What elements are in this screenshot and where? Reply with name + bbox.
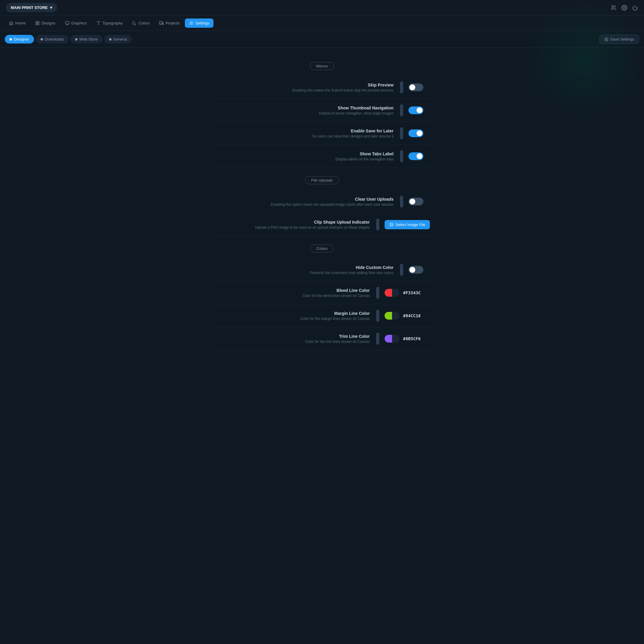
bleed-line-color-swatch[interactable] [385,289,400,297]
tab-general-label: General [113,37,127,41]
hide-custom-color-text: Hide Custom Color Prevents the customers… [212,265,400,275]
bleed-line-color-control[interactable]: #F3343C [385,289,432,297]
nav-home-label: Home [15,21,26,25]
handle-grip [400,127,403,139]
users-icon-button[interactable] [611,5,617,11]
clip-shape-upload-desc: Upload a PNG image to be used as an uplo… [212,225,370,230]
handle-grip [400,104,403,116]
store-selector[interactable]: MAIN PRINT STORE ▾ [6,3,57,12]
toggle-thumb [417,130,422,136]
sub-tabs: Designer Downloads Web Store General Sav… [0,31,644,48]
margin-line-color-control[interactable]: #84CC16 [385,312,432,320]
nav-projects-label: Projects [165,21,179,25]
hide-custom-color-desc: Prevents the customers from adding their… [212,271,394,275]
trim-color-left [385,335,392,343]
svg-point-0 [612,5,614,7]
top-icons [611,5,638,11]
skip-preview-row: Skip Preview Enabling this makes the Sub… [212,76,432,99]
nav-colors[interactable]: Colors [128,18,154,28]
margin-line-color-text: Margin Line Color Color for the margin l… [212,311,376,321]
colors-section-header: Colors [212,244,432,253]
clear-user-uploads-text: Clear User Uploads Enabling this option … [212,197,400,207]
nav-projects[interactable]: Projects [155,18,184,28]
image-icon [389,222,394,227]
show-tabs-label-desc: Display labels on the naviagtion tabs [212,157,394,161]
nav-graphics[interactable]: Graphics [61,18,91,28]
show-thumbnail-row: Show Thumbnail Navigation Instead of arr… [212,99,432,122]
save-settings-label: Save Settings [610,37,634,41]
handle-grip [376,287,379,299]
margin-color-right [392,312,400,320]
main-content: Menus Skip Preview Enabling this makes t… [188,48,456,356]
clear-user-uploads-toggle[interactable] [408,198,423,205]
nav-settings[interactable]: Settings [185,18,213,28]
colors-label: Colors [310,244,334,253]
margin-color-left [385,312,392,320]
hide-custom-color-title: Hide Custom Color [212,265,394,270]
handle-grip [376,219,379,230]
show-tabs-handle [400,150,404,162]
tab-designer-label: Designer [14,37,29,41]
show-tabs-label-row: Show Tabs Label Display labels on the na… [212,145,432,168]
show-tabs-label-toggle[interactable] [408,152,423,160]
handle-grip [400,264,403,276]
show-tabs-label-title: Show Tabs Label [212,151,394,156]
svg-point-17 [391,224,391,224]
skip-preview-toggle[interactable] [408,83,423,91]
trim-line-color-title: Trim Line Color [212,334,370,339]
enable-save-later-handle [400,127,404,139]
tab-webstore-label: Web Store [79,37,97,41]
tab-designer[interactable]: Designer [5,35,34,44]
enable-save-later-toggle[interactable] [408,129,423,137]
svg-rect-4 [38,21,39,23]
tab-downloads[interactable]: Downloads [36,35,69,44]
trim-line-color-swatch[interactable] [385,335,400,343]
margin-line-color-row: Margin Line Color Color for the margin l… [212,304,432,327]
tab-downloads-label: Downloads [45,37,64,41]
select-image-file-button[interactable]: Select Image File [385,220,430,229]
trim-line-color-control[interactable]: #8B5CF6 [385,335,432,343]
clip-shape-upload-handle [376,219,380,230]
nav-designs[interactable]: Designs [31,18,60,28]
show-thumbnail-desc: Instead of arrow naviagtion, show page i… [212,111,394,115]
save-settings-button[interactable]: Save Settings [599,35,639,44]
clip-shape-upload-title: Clip Shape Upload Indicator [212,220,370,225]
handle-grip [376,310,379,322]
hide-custom-color-handle [400,264,404,276]
hide-custom-color-control [408,266,432,274]
clear-user-uploads-desc: Enabling this option clears the uploaded… [212,202,394,207]
margin-line-color-desc: Color for the margin lines shown on Canv… [212,317,370,321]
gear-icon-button[interactable] [621,5,627,11]
skip-preview-handle [400,81,404,93]
hide-custom-color-row: Hide Custom Color Prevents the customers… [212,258,432,281]
top-bar: MAIN PRINT STORE ▾ [0,0,644,16]
main-nav: Home Designs Graphics Typography Colors … [0,16,644,31]
hide-custom-color-toggle[interactable] [408,266,423,274]
show-tabs-label-control [408,152,432,160]
margin-line-color-swatch[interactable] [385,312,400,320]
svg-rect-7 [65,21,69,24]
file-uploads-label: File Uploads [305,176,339,184]
trim-line-color-text: Trim Line Color Color for the trim lines… [212,334,376,344]
enable-save-later-text: Enable Save for Later So users can save … [212,129,400,138]
trim-line-color-handle [376,333,380,345]
tab-webstore[interactable]: Web Store [70,35,102,44]
show-thumbnail-toggle[interactable] [408,106,423,114]
menus-section-header: Menus [212,62,432,70]
tab-general[interactable]: General [104,35,132,44]
bleed-line-color-row: Bleed Line Color Color for the bleed lin… [212,281,432,304]
nav-home[interactable]: Home [5,18,30,28]
toggle-thumb [417,107,422,113]
handle-grip [400,150,403,162]
svg-point-1 [624,7,625,8]
enable-save-later-title: Enable Save for Later [212,129,394,133]
margin-line-color-title: Margin Line Color [212,311,370,316]
file-uploads-section-header: File Uploads [212,176,432,184]
clip-shape-upload-control: Select Image File [385,220,432,229]
clip-shape-upload-text: Clip Shape Upload Indicator Upload a PNG… [212,220,376,230]
enable-save-later-row: Enable Save for Later So users can save … [212,122,432,145]
show-thumbnail-title: Show Thumbnail Navigation [212,106,394,110]
power-icon-button[interactable] [632,5,638,11]
toggle-thumb [409,84,415,90]
nav-typography[interactable]: Typography [92,18,127,28]
